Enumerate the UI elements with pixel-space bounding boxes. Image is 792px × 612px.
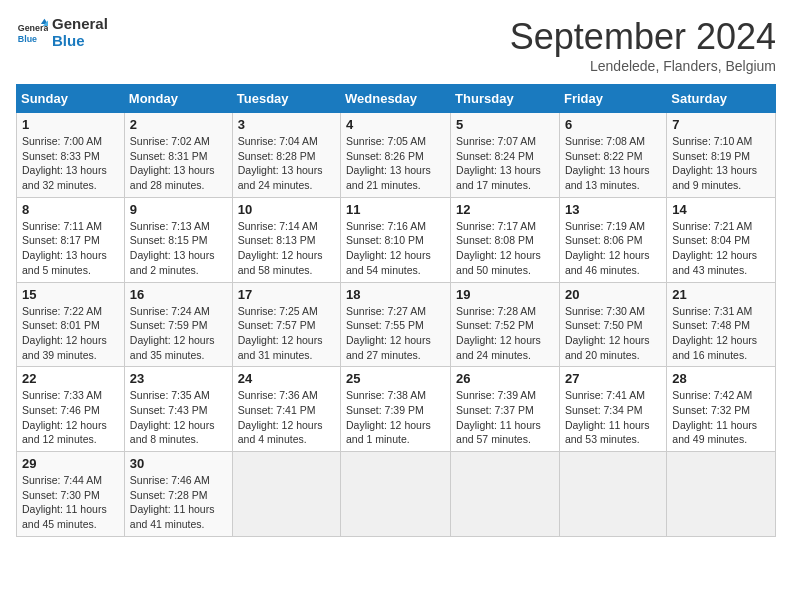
day-number: 1	[22, 117, 119, 132]
day-info: Sunrise: 7:38 AM Sunset: 7:39 PM Dayligh…	[346, 388, 445, 447]
sunset-text: Sunset: 7:46 PM	[22, 404, 100, 416]
day-info: Sunrise: 7:16 AM Sunset: 8:10 PM Dayligh…	[346, 219, 445, 278]
svg-text:General: General	[18, 23, 48, 33]
header-saturday: Saturday	[667, 85, 776, 113]
sunrise-text: Sunrise: 7:41 AM	[565, 389, 645, 401]
sunset-text: Sunset: 8:01 PM	[22, 319, 100, 331]
sunrise-text: Sunrise: 7:39 AM	[456, 389, 536, 401]
day-info: Sunrise: 7:07 AM Sunset: 8:24 PM Dayligh…	[456, 134, 554, 193]
day-info: Sunrise: 7:13 AM Sunset: 8:15 PM Dayligh…	[130, 219, 227, 278]
table-row: 10 Sunrise: 7:14 AM Sunset: 8:13 PM Dayl…	[232, 197, 340, 282]
sunset-text: Sunset: 8:33 PM	[22, 150, 100, 162]
day-number: 24	[238, 371, 335, 386]
day-number: 27	[565, 371, 661, 386]
daylight-text: Daylight: 12 hours and 20 minutes.	[565, 334, 650, 361]
calendar-week-row: 15 Sunrise: 7:22 AM Sunset: 8:01 PM Dayl…	[17, 282, 776, 367]
sunset-text: Sunset: 7:52 PM	[456, 319, 534, 331]
sunrise-text: Sunrise: 7:22 AM	[22, 305, 102, 317]
day-number: 11	[346, 202, 445, 217]
sunrise-text: Sunrise: 7:36 AM	[238, 389, 318, 401]
daylight-text: Daylight: 13 hours and 5 minutes.	[22, 249, 107, 276]
daylight-text: Daylight: 11 hours and 57 minutes.	[456, 419, 541, 446]
table-row	[451, 452, 560, 537]
sunrise-text: Sunrise: 7:24 AM	[130, 305, 210, 317]
daylight-text: Daylight: 13 hours and 24 minutes.	[238, 164, 323, 191]
calendar-week-row: 22 Sunrise: 7:33 AM Sunset: 7:46 PM Dayl…	[17, 367, 776, 452]
table-row: 7 Sunrise: 7:10 AM Sunset: 8:19 PM Dayli…	[667, 113, 776, 198]
page-header: General Blue General Blue September 2024…	[16, 16, 776, 74]
daylight-text: Daylight: 12 hours and 24 minutes.	[456, 334, 541, 361]
day-info: Sunrise: 7:35 AM Sunset: 7:43 PM Dayligh…	[130, 388, 227, 447]
day-info: Sunrise: 7:19 AM Sunset: 8:06 PM Dayligh…	[565, 219, 661, 278]
table-row: 14 Sunrise: 7:21 AM Sunset: 8:04 PM Dayl…	[667, 197, 776, 282]
daylight-text: Daylight: 12 hours and 27 minutes.	[346, 334, 431, 361]
sunset-text: Sunset: 8:06 PM	[565, 234, 643, 246]
sunrise-text: Sunrise: 7:42 AM	[672, 389, 752, 401]
day-info: Sunrise: 7:05 AM Sunset: 8:26 PM Dayligh…	[346, 134, 445, 193]
daylight-text: Daylight: 13 hours and 9 minutes.	[672, 164, 757, 191]
sunset-text: Sunset: 7:55 PM	[346, 319, 424, 331]
sunrise-text: Sunrise: 7:28 AM	[456, 305, 536, 317]
day-info: Sunrise: 7:10 AM Sunset: 8:19 PM Dayligh…	[672, 134, 770, 193]
sunset-text: Sunset: 8:08 PM	[456, 234, 534, 246]
sunset-text: Sunset: 7:30 PM	[22, 489, 100, 501]
table-row: 18 Sunrise: 7:27 AM Sunset: 7:55 PM Dayl…	[341, 282, 451, 367]
sunset-text: Sunset: 8:19 PM	[672, 150, 750, 162]
header-thursday: Thursday	[451, 85, 560, 113]
day-info: Sunrise: 7:41 AM Sunset: 7:34 PM Dayligh…	[565, 388, 661, 447]
day-info: Sunrise: 7:21 AM Sunset: 8:04 PM Dayligh…	[672, 219, 770, 278]
day-number: 15	[22, 287, 119, 302]
month-title: September 2024	[510, 16, 776, 58]
sunrise-text: Sunrise: 7:21 AM	[672, 220, 752, 232]
table-row	[232, 452, 340, 537]
daylight-text: Daylight: 12 hours and 50 minutes.	[456, 249, 541, 276]
table-row: 19 Sunrise: 7:28 AM Sunset: 7:52 PM Dayl…	[451, 282, 560, 367]
sunset-text: Sunset: 7:32 PM	[672, 404, 750, 416]
day-number: 14	[672, 202, 770, 217]
table-row: 9 Sunrise: 7:13 AM Sunset: 8:15 PM Dayli…	[124, 197, 232, 282]
table-row: 12 Sunrise: 7:17 AM Sunset: 8:08 PM Dayl…	[451, 197, 560, 282]
daylight-text: Daylight: 12 hours and 35 minutes.	[130, 334, 215, 361]
calendar-week-row: 29 Sunrise: 7:44 AM Sunset: 7:30 PM Dayl…	[17, 452, 776, 537]
table-row: 4 Sunrise: 7:05 AM Sunset: 8:26 PM Dayli…	[341, 113, 451, 198]
daylight-text: Daylight: 12 hours and 58 minutes.	[238, 249, 323, 276]
day-info: Sunrise: 7:11 AM Sunset: 8:17 PM Dayligh…	[22, 219, 119, 278]
sunrise-text: Sunrise: 7:33 AM	[22, 389, 102, 401]
day-info: Sunrise: 7:24 AM Sunset: 7:59 PM Dayligh…	[130, 304, 227, 363]
day-number: 30	[130, 456, 227, 471]
table-row: 17 Sunrise: 7:25 AM Sunset: 7:57 PM Dayl…	[232, 282, 340, 367]
sunrise-text: Sunrise: 7:31 AM	[672, 305, 752, 317]
table-row: 11 Sunrise: 7:16 AM Sunset: 8:10 PM Dayl…	[341, 197, 451, 282]
sunset-text: Sunset: 7:48 PM	[672, 319, 750, 331]
header-wednesday: Wednesday	[341, 85, 451, 113]
day-number: 19	[456, 287, 554, 302]
sunrise-text: Sunrise: 7:25 AM	[238, 305, 318, 317]
daylight-text: Daylight: 12 hours and 4 minutes.	[238, 419, 323, 446]
table-row	[341, 452, 451, 537]
sunrise-text: Sunrise: 7:16 AM	[346, 220, 426, 232]
daylight-text: Daylight: 13 hours and 32 minutes.	[22, 164, 107, 191]
table-row: 29 Sunrise: 7:44 AM Sunset: 7:30 PM Dayl…	[17, 452, 125, 537]
sunset-text: Sunset: 8:26 PM	[346, 150, 424, 162]
table-row: 22 Sunrise: 7:33 AM Sunset: 7:46 PM Dayl…	[17, 367, 125, 452]
day-number: 23	[130, 371, 227, 386]
sunset-text: Sunset: 7:34 PM	[565, 404, 643, 416]
logo-icon: General Blue	[16, 17, 48, 49]
day-info: Sunrise: 7:42 AM Sunset: 7:32 PM Dayligh…	[672, 388, 770, 447]
day-info: Sunrise: 7:00 AM Sunset: 8:33 PM Dayligh…	[22, 134, 119, 193]
day-number: 22	[22, 371, 119, 386]
table-row: 13 Sunrise: 7:19 AM Sunset: 8:06 PM Dayl…	[559, 197, 666, 282]
day-number: 17	[238, 287, 335, 302]
daylight-text: Daylight: 13 hours and 2 minutes.	[130, 249, 215, 276]
table-row: 24 Sunrise: 7:36 AM Sunset: 7:41 PM Dayl…	[232, 367, 340, 452]
day-info: Sunrise: 7:30 AM Sunset: 7:50 PM Dayligh…	[565, 304, 661, 363]
day-number: 12	[456, 202, 554, 217]
daylight-text: Daylight: 12 hours and 8 minutes.	[130, 419, 215, 446]
daylight-text: Daylight: 13 hours and 21 minutes.	[346, 164, 431, 191]
sunrise-text: Sunrise: 7:02 AM	[130, 135, 210, 147]
daylight-text: Daylight: 11 hours and 41 minutes.	[130, 503, 215, 530]
logo-general-text: General	[52, 16, 108, 33]
sunset-text: Sunset: 7:37 PM	[456, 404, 534, 416]
header-tuesday: Tuesday	[232, 85, 340, 113]
table-row: 6 Sunrise: 7:08 AM Sunset: 8:22 PM Dayli…	[559, 113, 666, 198]
